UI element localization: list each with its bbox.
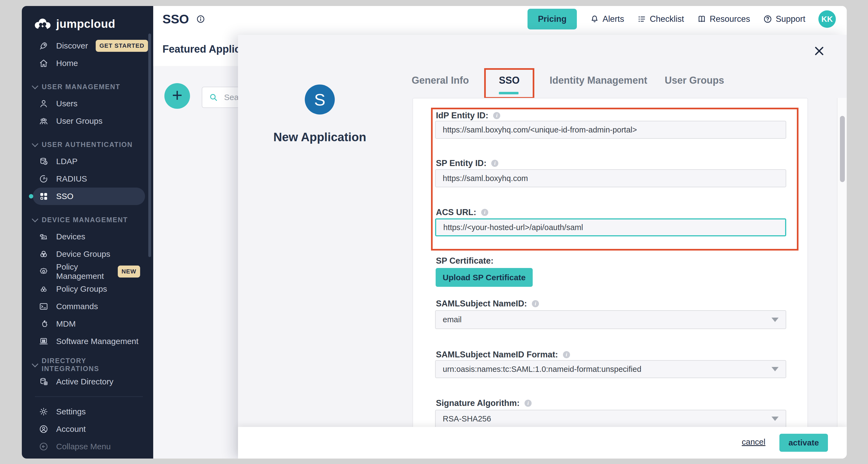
- signature-algorithm-label: Signature Algorithm:: [436, 398, 520, 408]
- user-group-icon: [39, 116, 49, 126]
- sso-grid-icon: [39, 191, 49, 201]
- sidebar-item-software-management[interactable]: Software Management: [33, 333, 145, 350]
- sidebar-item-ldap[interactable]: LDAP: [33, 153, 145, 170]
- sidebar-item-commands[interactable]: Commands: [33, 298, 145, 315]
- info-icon[interactable]: i: [491, 160, 498, 167]
- idp-entity-id-value: https://saml.boxyhq.com/<unique-id-from-…: [443, 125, 637, 134]
- sp-certificate-label-row: SP Certificate:: [436, 256, 493, 266]
- saml-subject-nameid-select[interactable]: email: [435, 310, 786, 329]
- alerts-button[interactable]: Alerts: [590, 14, 624, 24]
- dropdown-caret-icon: [772, 318, 779, 322]
- info-icon[interactable]: i: [532, 300, 539, 307]
- sidebar-item-label: Policy Groups: [56, 284, 107, 293]
- book-icon: [697, 14, 706, 24]
- info-icon[interactable]: i: [481, 209, 488, 216]
- sp-entity-id-input[interactable]: https://saml.boxyhq.com: [435, 169, 786, 187]
- sidebar-item-label: Collapse Menu: [56, 442, 111, 451]
- sidebar-item-user-groups[interactable]: User Groups: [33, 112, 145, 130]
- sidebar-item-radius[interactable]: RADIUS: [33, 170, 145, 188]
- resources-button[interactable]: Resources: [697, 14, 750, 24]
- pricing-button[interactable]: Pricing: [528, 9, 577, 29]
- sidebar-item-label: MDM: [56, 319, 76, 329]
- user-icon: [39, 99, 49, 109]
- tab-identity-management[interactable]: Identity Management: [550, 75, 647, 91]
- cancel-link[interactable]: cancel: [742, 437, 766, 446]
- sidebar-item-active-directory[interactable]: Active Directory: [33, 373, 145, 391]
- sidebar-section-user-management[interactable]: USER MANAGEMENT: [33, 79, 145, 95]
- dropdown-caret-icon: [772, 416, 779, 421]
- sidebar-item-devices[interactable]: Devices: [33, 228, 145, 245]
- software-laptop-icon: [39, 336, 49, 346]
- chevron-down-icon: [32, 83, 38, 89]
- bell-icon: [590, 14, 599, 24]
- sidebar-section-device-management[interactable]: DEVICE MANAGEMENT: [33, 212, 145, 228]
- info-icon[interactable]: i: [525, 400, 532, 407]
- info-icon[interactable]: [196, 14, 205, 24]
- active-indicator-dot: [29, 194, 33, 198]
- alerts-label: Alerts: [602, 14, 624, 24]
- nameid-format-select[interactable]: urn:oasis:names:tc:SAML:1.0:nameid-forma…: [435, 360, 786, 378]
- saml-subject-nameid-label-row: SAMLSubject NameID: i: [436, 299, 539, 309]
- signature-algorithm-select[interactable]: RSA-SHA256: [435, 410, 786, 428]
- info-icon[interactable]: i: [493, 112, 500, 119]
- sidebar-item-policy-management[interactable]: Policy Management NEW: [33, 263, 145, 280]
- screen: jumpcloud Discover GET STARTED Home USER…: [0, 0, 868, 464]
- gear-icon: [39, 407, 49, 416]
- radius-icon: [39, 174, 49, 184]
- checklist-label: Checklist: [650, 14, 684, 24]
- info-icon[interactable]: i: [563, 351, 570, 358]
- sidebar-section-directory-integrations[interactable]: DIRECTORY INTEGRATIONS: [33, 357, 145, 373]
- sp-certificate-label: SP Certificate:: [436, 256, 493, 266]
- sp-entity-id-label: SP Entity ID:: [436, 158, 486, 168]
- sidebar-section-user-authentication[interactable]: USER AUTHENTICATION: [33, 136, 145, 153]
- sidebar-item-policy-groups[interactable]: Policy Groups: [33, 280, 145, 298]
- signature-algorithm-value: RSA-SHA256: [443, 414, 491, 423]
- cloud-logo-icon: [34, 18, 52, 30]
- checklist-button[interactable]: Checklist: [637, 14, 684, 24]
- tab-sso[interactable]: SSO: [486, 75, 532, 91]
- activate-button[interactable]: activate: [779, 434, 828, 452]
- sidebar-item-home[interactable]: Home: [33, 55, 145, 72]
- sidebar-section-label: USER MANAGEMENT: [42, 83, 120, 91]
- policy-group-icon: [39, 284, 49, 294]
- sidebar-item-label: User Groups: [56, 116, 102, 126]
- new-badge: NEW: [118, 266, 140, 278]
- apple-mdm-icon: [39, 319, 49, 329]
- sidebar-item-collapse-menu[interactable]: Collapse Menu: [33, 438, 145, 455]
- sidebar-item-label: RADIUS: [56, 174, 87, 183]
- nameid-format-label: SAMLSubject NameID Format:: [436, 350, 558, 360]
- get-started-badge: GET STARTED: [96, 40, 148, 52]
- jumpcloud-logo[interactable]: jumpcloud: [33, 16, 145, 32]
- collapse-arrow-icon: [39, 442, 49, 452]
- sidebar-item-mdm[interactable]: MDM: [33, 315, 145, 333]
- sidebar-divider: [35, 396, 143, 397]
- nameid-format-value: urn:oasis:names:tc:SAML:1.0:nameid-forma…: [443, 365, 642, 374]
- acs-url-input[interactable]: https://<your-hosted-url>/api/oauth/saml: [435, 218, 786, 236]
- close-button[interactable]: [812, 44, 826, 58]
- idp-entity-id-input[interactable]: https://saml.boxyhq.com/<unique-id-from-…: [435, 121, 786, 139]
- tab-general-info[interactable]: General Info: [412, 75, 469, 91]
- sidebar-item-settings[interactable]: Settings: [33, 403, 145, 421]
- ldap-database-icon: [39, 156, 49, 166]
- sidebar-item-label: Devices: [56, 232, 85, 241]
- chevron-down-icon: [32, 141, 38, 147]
- sidebar-item-discover[interactable]: Discover GET STARTED: [33, 37, 145, 55]
- acs-url-value: https://<your-hosted-url>/api/oauth/saml: [443, 223, 583, 232]
- signature-algorithm-label-row: Signature Algorithm: i: [436, 398, 532, 408]
- tab-user-groups[interactable]: User Groups: [664, 75, 724, 91]
- sidebar-scrollbar[interactable]: [148, 34, 151, 257]
- add-application-button[interactable]: +: [164, 83, 190, 109]
- user-avatar[interactable]: KK: [818, 10, 836, 28]
- chevron-down-icon: [32, 216, 38, 222]
- sidebar-item-users[interactable]: Users: [33, 95, 145, 112]
- sidebar-item-sso[interactable]: SSO: [33, 188, 145, 205]
- panel-scrollbar-track[interactable]: [837, 98, 847, 427]
- sidebar-item-account[interactable]: Account: [33, 421, 145, 438]
- upload-sp-certificate-button[interactable]: Upload SP Certificate: [436, 268, 533, 287]
- sidebar-item-device-groups[interactable]: Device Groups: [33, 245, 145, 263]
- idp-entity-id-label: IdP Entity ID:: [436, 111, 488, 121]
- support-button[interactable]: Support: [763, 14, 805, 24]
- panel-scrollbar-thumb[interactable]: [840, 116, 845, 182]
- terminal-icon: [39, 302, 49, 311]
- application-name: New Application: [260, 130, 380, 144]
